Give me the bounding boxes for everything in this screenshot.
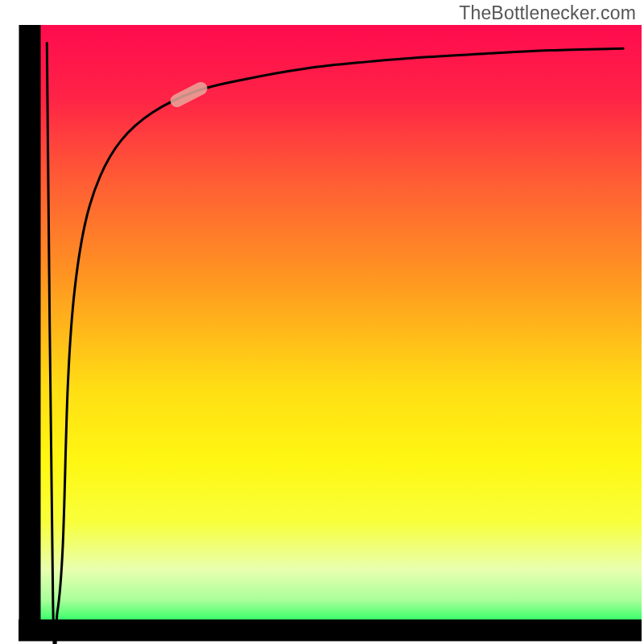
plot-background — [30, 25, 642, 630]
bottleneck-chart — [0, 0, 644, 644]
watermark-label: TheBottlenecker.com — [459, 2, 636, 24]
chart-container: TheBottlenecker.com — [0, 0, 644, 644]
